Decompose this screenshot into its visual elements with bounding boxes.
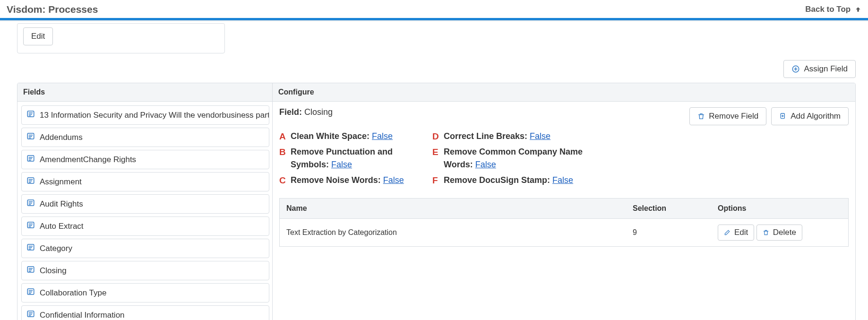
option-toggle-link[interactable]: False [383,175,404,185]
algo-header-name: Name [280,199,626,218]
add-doc-icon [779,112,787,120]
configure-panel-header: Configure [273,83,855,102]
field-item-label: Category [40,244,72,253]
algo-edit-button[interactable]: Edit [718,225,754,241]
field-icon [26,310,35,320]
option-letter: F [432,174,438,188]
configure-field-value: Closing [304,107,333,117]
pencil-icon [724,229,730,236]
field-item[interactable]: Category [21,239,269,258]
field-item-label: Closing [40,266,67,276]
algo-name-cell: Text Extraction by Categorization [280,223,626,242]
option-letter: C [279,174,286,188]
field-item-label: Audit Rights [40,199,83,209]
fields-panel-header: Fields [17,83,272,102]
option-toggle-link[interactable]: False [475,160,496,169]
option-remove-docusign-stamp: F Remove DocuSign Stamp: False [432,174,602,187]
field-item[interactable]: Closing [21,261,269,280]
back-to-top-link[interactable]: Back to Top [805,5,861,14]
page-title: Visdom: Processes [7,4,98,15]
algo-selection-cell: 9 [626,223,711,242]
field-item-label: Auto Extract [40,222,84,231]
field-icon [26,287,35,298]
back-to-top-label: Back to Top [805,5,851,14]
assign-field-label: Assign Field [804,64,848,74]
option-correct-line-breaks: D Correct Line Breaks: False [432,130,602,143]
option-toggle-link[interactable]: False [530,131,550,141]
edit-button[interactable]: Edit [23,27,53,45]
table-row: Text Extraction by Categorization9Edit D… [280,219,848,246]
edit-button-label: Edit [31,32,45,41]
option-label: Remove Common Company Name Words: [444,147,583,169]
field-icon [26,110,35,121]
option-label: Clean White Space: [291,131,370,141]
field-icon [26,243,35,254]
add-algorithm-label: Add Algorithm [791,112,841,121]
option-letter: A [279,130,286,144]
configure-field-label: Field: [279,107,302,117]
configure-field-line: Field: Closing [279,107,333,117]
option-label: Remove DocuSign Stamp: [444,175,550,185]
algo-delete-button[interactable]: Delete [756,225,802,241]
remove-field-label: Remove Field [709,112,758,121]
field-item-label: Assignment [40,177,82,187]
option-letter: E [432,146,438,159]
option-letter: B [279,146,286,159]
trash-icon [763,229,769,236]
arrow-up-icon [855,6,861,13]
field-item[interactable]: Audit Rights [21,194,269,214]
fields-panel: Fields 13 Information Security and Priva… [17,83,273,320]
field-item-label: Collaboration Type [40,288,106,298]
algo-header-selection: Selection [626,199,711,218]
algo-header-options: Options [711,199,848,218]
field-icon [26,221,35,232]
trash-icon [697,112,705,120]
option-clean-white-space: A Clean White Space: False [279,130,421,143]
option-label: Correct Line Breaks: [444,131,527,141]
field-item[interactable]: AmendmentChange Rights [21,150,269,169]
remove-field-button[interactable]: Remove Field [689,107,766,125]
field-item[interactable]: Confidential Information [21,305,269,320]
plus-icon [791,65,800,73]
field-item[interactable]: Collaboration Type [21,283,269,303]
option-remove-noise-words: C Remove Noise Words: False [279,174,421,187]
option-letter: D [432,130,439,144]
algo-options-cell: Edit Delete [711,219,848,246]
option-toggle-link[interactable]: False [552,175,573,185]
field-icon [26,154,35,165]
field-item[interactable]: 13 Information Security and Privacy Will… [21,105,269,125]
field-item[interactable]: Addendums [21,128,269,147]
field-icon [26,132,35,143]
field-item[interactable]: Assignment [21,172,269,191]
option-remove-company-words: E Remove Common Company Name Words: Fals… [432,146,602,171]
field-item-label: Addendums [40,133,83,142]
edit-card: Edit [17,23,225,53]
algorithm-table: Name Selection Options Text Extraction b… [279,198,849,247]
field-item-label: Confidential Information [40,311,125,320]
option-toggle-link[interactable]: False [331,160,352,169]
field-item-label: 13 Information Security and Privacy Will… [40,111,269,120]
field-icon [26,265,35,276]
option-remove-punctuation: B Remove Punctuation and Symbols: False [279,146,421,171]
algo-edit-label: Edit [734,228,748,237]
configure-panel: Configure Field: Closing Remove Field [273,83,855,320]
algo-delete-label: Delete [773,228,796,237]
option-label: Remove Noise Words: [291,175,381,185]
option-toggle-link[interactable]: False [372,131,393,141]
field-item[interactable]: Auto Extract [21,216,269,236]
field-icon [26,199,35,209]
field-item-label: AmendmentChange Rights [40,155,136,164]
field-icon [26,176,35,187]
assign-field-button[interactable]: Assign Field [783,60,856,78]
add-algorithm-button[interactable]: Add Algorithm [771,107,849,125]
